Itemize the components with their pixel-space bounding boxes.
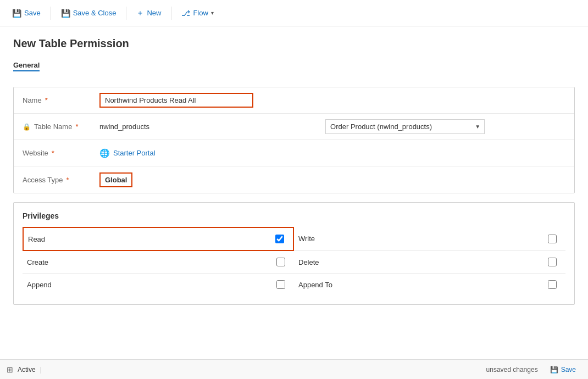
read-label: Read (28, 235, 275, 243)
save-close-button[interactable]: 💾 Save & Close (56, 6, 122, 20)
table-dropdown-wrapper: Order Product (nwind_products) ▼ (325, 119, 485, 134)
new-button[interactable]: ＋ New (131, 5, 167, 21)
access-type-required-star: * (66, 176, 69, 184)
delete-privilege-row: Delete (294, 251, 565, 274)
name-input[interactable] (99, 93, 253, 108)
create-label: Create (27, 258, 276, 266)
new-button-label: New (147, 9, 161, 17)
name-required-star: * (45, 96, 48, 104)
delete-label: Delete (298, 258, 548, 266)
unsaved-changes-text: unsaved changes (486, 366, 538, 374)
website-link[interactable]: 🌐 Starter Portal (99, 148, 156, 158)
save-button-label: Save (24, 9, 41, 17)
append-checkbox[interactable] (276, 280, 285, 289)
table-name-value-section: nwind_products Order Product (nwind_prod… (99, 119, 565, 134)
flow-button[interactable]: ⎇ Flow ▾ (176, 6, 219, 20)
table-name-text: nwind_products (99, 122, 149, 131)
website-value: 🌐 Starter Portal (99, 148, 565, 158)
append-privilege-row: Append (23, 274, 294, 296)
general-section-label: General (13, 61, 40, 71)
website-row: Website * 🌐 Starter Portal (14, 140, 574, 166)
status-bar: ⊞ Active | unsaved changes 💾 Save (0, 359, 588, 379)
privileges-grid: Read Write Create Delete Append (23, 227, 565, 296)
status-save-icon: 💾 (550, 366, 558, 374)
status-save-label: Save (561, 366, 576, 374)
toolbar: 💾 Save 💾 Save & Close ＋ New ⎇ Flow ▾ (0, 0, 588, 26)
toolbar-divider-1 (51, 7, 51, 20)
save-icon: 💾 (12, 9, 21, 18)
append-to-checkbox[interactable] (548, 280, 557, 289)
name-value (99, 93, 565, 108)
status-save-button[interactable]: 💾 Save (545, 364, 581, 376)
name-label: Name * (23, 96, 99, 104)
table-name-row: 🔒 Table Name * nwind_products Order Prod… (14, 114, 574, 140)
save-close-icon: 💾 (61, 9, 70, 18)
table-name-required-star: * (75, 122, 78, 131)
save-button[interactable]: 💾 Save (7, 6, 46, 20)
create-checkbox[interactable] (276, 258, 285, 266)
toolbar-divider-2 (126, 7, 126, 20)
write-label: Write (298, 235, 548, 243)
append-to-privilege-row: Append To (294, 274, 565, 296)
append-to-label: Append To (298, 281, 548, 289)
website-label: Website * (23, 149, 99, 157)
general-form-card: Name * 🔒 Table Name * nwind_products Ord… (13, 87, 575, 193)
name-row: Name * (14, 87, 574, 114)
status-separator: | (40, 366, 42, 374)
append-label: Append (27, 281, 276, 289)
write-checkbox[interactable] (548, 235, 557, 243)
main-content: New Table Permission General Name * 🔒 Ta… (0, 26, 588, 359)
flow-button-label: Flow (193, 9, 208, 17)
new-icon: ＋ (136, 8, 144, 18)
privileges-title: Privileges (23, 211, 565, 220)
access-type-value: Global (99, 172, 565, 187)
read-checkbox[interactable] (275, 235, 284, 243)
website-link-text: Starter Portal (113, 149, 156, 157)
website-required-star: * (52, 149, 54, 157)
table-name-label: 🔒 Table Name * (23, 122, 99, 131)
access-type-row: Access Type * Global (14, 166, 574, 193)
chevron-down-icon: ▾ (211, 10, 214, 16)
access-type-box: Global (99, 172, 132, 187)
status-left: ⊞ Active | (7, 365, 42, 374)
privileges-card: Privileges Read Write Create Delete (13, 202, 575, 305)
status-right: unsaved changes 💾 Save (486, 364, 581, 376)
status-icon: ⊞ (7, 365, 13, 374)
lock-icon: 🔒 (23, 123, 31, 131)
read-privilege-row: Read (23, 227, 294, 251)
page-title: New Table Permission (13, 37, 575, 50)
flow-icon: ⎇ (181, 9, 190, 18)
table-dropdown[interactable]: Order Product (nwind_products) (325, 119, 485, 134)
create-privilege-row: Create (23, 251, 294, 274)
toolbar-divider-3 (171, 7, 171, 20)
save-close-button-label: Save & Close (73, 9, 117, 17)
delete-checkbox[interactable] (548, 258, 557, 266)
status-text: Active (18, 366, 36, 374)
write-privilege-row: Write (294, 227, 565, 251)
access-type-label: Access Type * (23, 176, 99, 184)
globe-icon: 🌐 (99, 148, 110, 158)
